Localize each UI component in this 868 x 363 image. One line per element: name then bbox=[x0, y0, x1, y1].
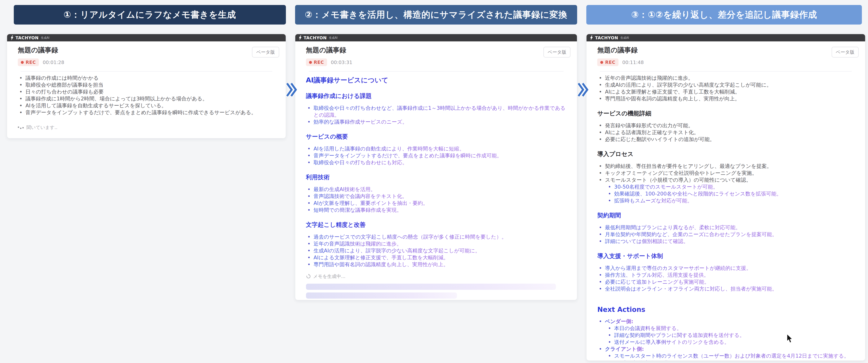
loading-skeleton-bar bbox=[306, 284, 556, 290]
list-item-text: 過去のサービスでの文字起こし精度への懸念（誤字が多く修正に時間を要した）。 bbox=[314, 234, 507, 240]
step-1-banner: ①：リアルタイムにラフなメモ書きを生成 bbox=[14, 5, 286, 25]
list-item-text: AIを活用した議事録の自動生成により、作業時間を大幅に短縮。 bbox=[314, 146, 464, 151]
list-item: 議事録の作成には時間がかかる bbox=[18, 75, 275, 81]
list-item: 近年の音声認識技術は飛躍的に進歩。 bbox=[306, 240, 566, 247]
record-dot-icon bbox=[21, 61, 24, 64]
list-item: 短時間での簡潔な議事録作成を実現。 bbox=[306, 206, 566, 214]
list-item: 日々の打ち合わせの議事録も必要 bbox=[18, 88, 275, 95]
app-logo-text: TACHYON bbox=[595, 35, 618, 40]
list-item-text: 効果確認後、100-200名や全社へと段階的にライセンス数を拡張可能。 bbox=[614, 191, 781, 197]
list-item: AIによる文脈理解と修正支援で、手直し工数を大幅削減。 bbox=[306, 254, 566, 261]
list-item-text: 送付メールに導入事例サイトのリンクを含める。 bbox=[614, 339, 729, 345]
record-label: REC bbox=[26, 60, 36, 65]
list-item: 本日の会議資料を展開する。 bbox=[607, 325, 855, 332]
list-item: 最低利用期間はプランにより異なるが、柔軟に対応可能。 bbox=[597, 224, 855, 231]
bullet-list: 議事録の作成には時間がかかる取締役会や総務部が議事録を担当日々の打ち合わせの議事… bbox=[18, 75, 275, 116]
list-item-text: 取締役会や総務部が議事録を担当 bbox=[26, 82, 103, 88]
list-item-text: 取締役会や日々の打ち合わせにも対応。 bbox=[314, 160, 407, 165]
section-heading: サービスの概要 bbox=[306, 133, 566, 141]
list-item-text: AIによる文脈理解と修正支援で、手直し工数を大幅削減。 bbox=[314, 254, 449, 260]
list-item-text: 音声データをインプットするだけで、要点をまとめた議事録を瞬時に作成できるサービス… bbox=[26, 109, 256, 115]
typing-dots-icon bbox=[18, 125, 24, 130]
record-label: REC bbox=[605, 60, 615, 65]
list-item: 音声認識技術で会議内容をテキスト化。 bbox=[306, 193, 566, 200]
app-logo-text: TACHYON bbox=[16, 35, 39, 40]
app-logo-text: TACHYON bbox=[304, 35, 327, 40]
list-item: AIによる文脈理解と修正支援で、手直し工数を大幅削減。 bbox=[597, 88, 855, 95]
list-item-text: ベンダー側: bbox=[605, 318, 633, 324]
list-item: スモールスタート（小規模での導入）の可能性について確認。 bbox=[597, 176, 855, 184]
list-item: 送付メールに導入事例サイトのリンクを含める。 bbox=[607, 339, 855, 345]
record-dot-icon bbox=[600, 61, 603, 64]
list-item-text: 最低利用期間はプランにより異なるが、柔軟に対応可能。 bbox=[605, 224, 741, 230]
document-header: 無題の議事録 ベータ版 REC 00:03:31 bbox=[295, 41, 577, 72]
mouse-cursor bbox=[786, 334, 793, 343]
lightning-bolt-icon bbox=[590, 35, 593, 40]
flow-arrow-icon bbox=[286, 82, 298, 97]
section-heading: 利用技術 bbox=[306, 173, 566, 181]
bullet-list: AIを活用した議事録の自動生成により、作業時間を大幅に短縮。音声データをインプッ… bbox=[306, 145, 566, 166]
listening-indicator: 聞いています.. bbox=[18, 124, 275, 131]
section-heading: サービスの機能詳細 bbox=[597, 109, 855, 117]
list-item-text: 短時間での簡潔な議事録作成を実現。 bbox=[314, 207, 402, 213]
list-item-text: 近年の音声認識技術は飛躍的に進歩。 bbox=[605, 75, 693, 81]
header-divider bbox=[600, 71, 852, 72]
list-item: 取締役会や総務部が議事録を担当 bbox=[18, 81, 275, 88]
list-item: 拡張時もスムーズな対応が可能。 bbox=[607, 197, 855, 204]
list-item: キックオフミーティングにて全社説明会やトレーニングを実施。 bbox=[597, 170, 855, 176]
list-item: 専門用語や固有名詞の認識精度も向上し、実用性が向上。 bbox=[597, 95, 855, 102]
bullet-list: 最新の生成AI技術を活用。音声認識技術で会議内容をテキスト化。AIが文脈を理解し… bbox=[306, 186, 566, 214]
minutes-body[interactable]: 近年の音声認識技術は飛躍的に進歩。生成AIの活用により、誤字脱字の少ない高精度な… bbox=[587, 72, 865, 361]
section-heading: AI議事録サービスについて bbox=[306, 76, 566, 85]
list-item-text: 専門用語や固有名詞の認識精度も向上し、実用性が向上。 bbox=[314, 261, 448, 268]
document-title[interactable]: 無題の議事録 bbox=[597, 46, 855, 55]
notes-body[interactable]: 議事録の作成には時間がかかる取締役会や総務部が議事録を担当日々の打ち合わせの議事… bbox=[7, 72, 286, 138]
list-item-text: 詳細な契約期間やプランに関する追加資料を送付する。 bbox=[614, 332, 745, 338]
minutes-body[interactable]: AI議事録サービスについて議事録作成における課題取締役会や日々の打ち合わせなど、… bbox=[295, 72, 577, 300]
list-item-text: 近年の音声認識技術は飛躍的に進歩。 bbox=[314, 241, 402, 247]
list-item: 効率的な議事録作成サービスのニーズ。 bbox=[306, 118, 566, 125]
list-item-text: 導入から運用まで専任のカスタマーサポートが継続的に支援。 bbox=[605, 265, 751, 271]
list-item: 取締役会や日々の打ち合わせなど、議事録作成に1～3時間以上かかる場合があり、時間… bbox=[306, 105, 566, 118]
bullet-list: 契約締結後、専任担当者が要件をヒアリングし、最適なプランを提案。キックオフミーテ… bbox=[597, 163, 855, 204]
header-divider bbox=[21, 71, 272, 72]
list-item: 近年の音声認識技術は飛躍的に進歩。 bbox=[597, 75, 855, 81]
list-item: 月単位契約や年間契約など、企業のニーズに合わせたプランを提案可能。 bbox=[597, 231, 855, 238]
document-title[interactable]: 無題の議事録 bbox=[306, 46, 566, 55]
step-3-banner: ③：①②を繰り返し、差分を追記し議事録作成 bbox=[586, 5, 862, 25]
header-divider bbox=[309, 71, 564, 72]
list-item: 効果確認後、100-200名や全社へと段階的にライセンス数を拡張可能。 bbox=[607, 190, 855, 197]
list-item: 専門用語や固有名詞の認識精度も向上し、実用性が向上。 bbox=[306, 261, 566, 268]
recording-timer: 00:01:28 bbox=[43, 60, 64, 65]
recording-status-row: REC 00:11:48 bbox=[597, 58, 855, 66]
list-item: 発言録や議事録形式での出力が可能。 bbox=[597, 122, 855, 129]
list-item-text: 30-50名程度でのスモールスタートが可能。 bbox=[614, 184, 718, 190]
three-step-columns: ①：リアルタイムにラフなメモ書きを生成 TACHYON 生成AI 無題の議事録 … bbox=[7, 5, 865, 361]
list-item-text: 必要に応じて追加トレーニングも実施可能。 bbox=[605, 279, 709, 285]
document-title[interactable]: 無題の議事録 bbox=[18, 46, 275, 55]
list-item: 取締役会や日々の打ち合わせにも対応。 bbox=[306, 159, 566, 166]
list-item: ベンダー側: bbox=[597, 318, 855, 325]
loading-skeleton-bar bbox=[306, 292, 457, 299]
section-heading: 導入支援・サポート体制 bbox=[597, 252, 855, 260]
list-item: 生成AIの活用により、誤字脱字の少ない高精度な文字起こしが可能に。 bbox=[597, 81, 855, 88]
list-item-text: 音声データをインプットするだけで、要点をまとめた議事録を瞬時に作成可能。 bbox=[314, 152, 502, 159]
list-item: 最新の生成AI技術を活用。 bbox=[306, 186, 566, 193]
lightning-bolt-icon bbox=[10, 35, 13, 40]
document-header: 無題の議事録 ベータ版 REC 00:11:48 bbox=[587, 41, 865, 72]
list-item-text: クライアント側: bbox=[605, 346, 644, 352]
list-item: 必要に応じて追加トレーニングも実施可能。 bbox=[597, 278, 855, 285]
beta-badge: ベータ版 bbox=[252, 47, 279, 57]
list-item-text: AIを活用して議事録を自動生成するサービスを探している。 bbox=[26, 103, 166, 109]
list-item: 音声データをインプットするだけで、要点をまとめた議事録を瞬時に作成できるサービス… bbox=[18, 109, 275, 116]
app-logo-subtext: 生成AI bbox=[41, 36, 50, 40]
list-item-text: 拡張時もスムーズな対応が可能。 bbox=[614, 198, 692, 203]
recording-status-row: REC 00:03:31 bbox=[306, 58, 566, 66]
recording-status-row: REC 00:01:28 bbox=[18, 58, 275, 66]
list-item-text: 詳細については個別相談にて確認。 bbox=[605, 238, 688, 244]
list-item-text: 契約締結後、専任担当者が要件をヒアリングし、最適なプランを提案。 bbox=[605, 163, 772, 169]
list-item-text: AIによる文脈理解と修正支援で、手直し工数を大幅削減。 bbox=[605, 89, 740, 95]
list-item-text: 必要に応じた翻訳やハイライトの追加が可能。 bbox=[605, 136, 715, 142]
app-logo-subtext: 生成AI bbox=[620, 36, 629, 40]
list-item-text: 議事録作成に1時間から2時間、場合によっては3時間以上かかる場合がある。 bbox=[26, 95, 208, 102]
